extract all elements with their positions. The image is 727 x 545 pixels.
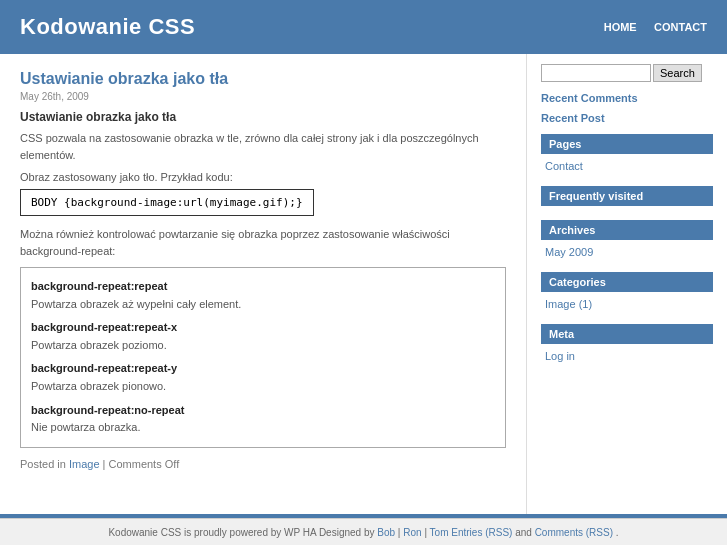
footer-powered-text: Kodowanie CSS is proudly powered by WP H… (108, 527, 374, 538)
search-button[interactable]: Search (653, 64, 702, 82)
recent-post-label: Recent Post (541, 112, 713, 124)
meta-login-link[interactable]: Log in (545, 350, 709, 362)
footer-ron-link[interactable]: Ron (403, 527, 421, 538)
footer-text: Kodowanie CSS is proudly powered by WP H… (0, 518, 727, 545)
categories-widget-content: Image (1) (541, 298, 713, 310)
post-code-block: BODY {background-image:url(myimage.gif);… (20, 189, 314, 216)
page-wrapper: Ustawianie obrazka jako tła May 26th, 20… (0, 54, 727, 514)
footer-comments-link[interactable]: Comments (RSS) (535, 527, 613, 538)
meta-widget: Meta Log in (541, 324, 713, 362)
repeat-key-3: background-repeat:repeat-y (31, 360, 495, 378)
pages-widget: Pages Contact (541, 134, 713, 172)
repeat-desc-3: Powtarza obrazek pionowo. (31, 380, 166, 392)
post-mid-text: Można również kontrolować powtarzanie si… (20, 226, 506, 259)
search-widget: Search (541, 64, 713, 82)
footer-bob-link[interactable]: Bob (377, 527, 395, 538)
archives-may-link[interactable]: May 2009 (545, 246, 709, 258)
main-nav: HOME CONTACT (590, 20, 707, 34)
pages-widget-content: Contact (541, 160, 713, 172)
archives-widget-content: May 2009 (541, 246, 713, 258)
search-input[interactable] (541, 64, 651, 82)
nav-home[interactable]: HOME (604, 21, 637, 33)
post-category-link[interactable]: Image (69, 458, 100, 470)
post-date: May 26th, 2009 (20, 91, 506, 102)
meta-widget-title: Meta (541, 324, 713, 344)
meta-widget-content: Log in (541, 350, 713, 362)
repeat-desc-1: Powtarza obrazek aż wypełni cały element… (31, 298, 241, 310)
repeat-definitions: background-repeat:repeat Powtarza obraze… (20, 267, 506, 448)
archives-widget: Archives May 2009 (541, 220, 713, 258)
recent-post-widget: Recent Post (541, 112, 713, 124)
repeat-key-4: background-repeat:no-repeat (31, 402, 495, 420)
site-title: Kodowanie CSS (20, 14, 195, 40)
nav-contact[interactable]: CONTACT (654, 21, 707, 33)
repeat-desc-4: Nie powtarza obrazka. (31, 421, 140, 433)
post-intro: CSS pozwala na zastosowanie obrazka w tl… (20, 130, 506, 163)
footer-entries-link[interactable]: Tom Entries (RSS) (430, 527, 513, 538)
pages-widget-title: Pages (541, 134, 713, 154)
post-comments-off: Comments Off (109, 458, 180, 470)
archives-widget-title: Archives (541, 220, 713, 240)
sidebar: Search Recent Comments Recent Post Pages… (527, 54, 727, 514)
categories-image-link[interactable]: Image (1) (545, 298, 709, 310)
recent-comments-label: Recent Comments (541, 92, 713, 104)
categories-widget-title: Categories (541, 272, 713, 292)
repeat-key-1: background-repeat:repeat (31, 278, 495, 296)
post-subtitle: Ustawianie obrazka jako tła (20, 110, 506, 124)
categories-widget: Categories Image (1) (541, 272, 713, 310)
repeat-desc-2: Powtarza obrazek poziomo. (31, 339, 167, 351)
posted-in-label: Posted in (20, 458, 66, 470)
repeat-key-2: background-repeat:repeat-x (31, 319, 495, 337)
frequently-widget-title: Frequently visited (541, 186, 713, 206)
pages-contact-link[interactable]: Contact (545, 160, 709, 172)
frequently-widget: Frequently visited (541, 186, 713, 206)
post-title: Ustawianie obrazka jako tła (20, 70, 506, 88)
footer-and-text: and (515, 527, 534, 538)
main-content: Ustawianie obrazka jako tła May 26th, 20… (0, 54, 527, 514)
site-header: Kodowanie CSS HOME CONTACT (0, 0, 727, 54)
post-footer: Posted in Image | Comments Off (20, 458, 506, 470)
post-code-label: Obraz zastosowany jako tło. Przykład kod… (20, 171, 506, 183)
recent-comments-widget: Recent Comments (541, 92, 713, 104)
footer-end-dot: . (616, 527, 619, 538)
